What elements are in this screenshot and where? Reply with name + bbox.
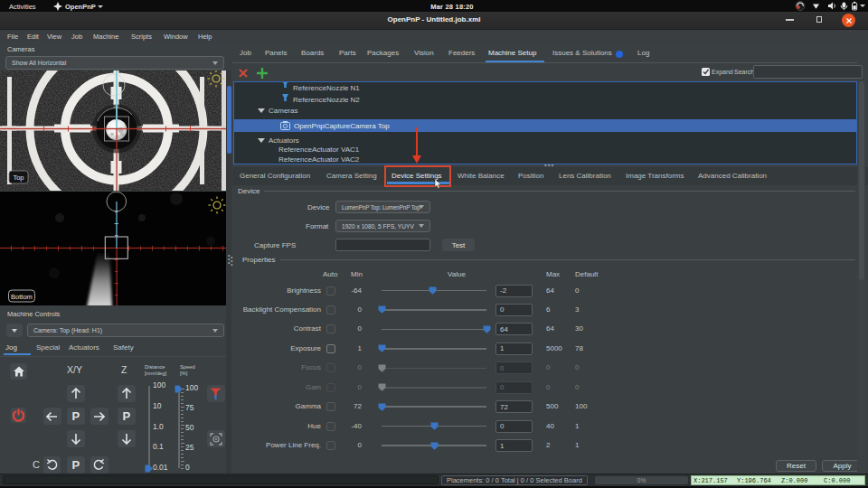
svg-text:Top: Top	[13, 174, 24, 182]
svg-text:Bottom: Bottom	[11, 293, 33, 301]
